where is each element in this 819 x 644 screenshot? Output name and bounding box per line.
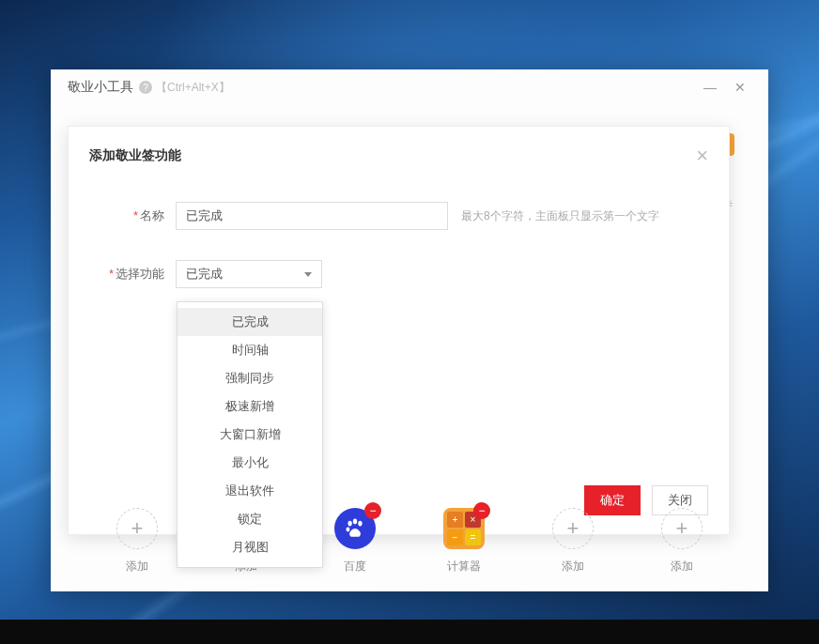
remove-tool-badge[interactable]: − bbox=[473, 502, 490, 519]
add-tool-button[interactable]: + bbox=[552, 508, 594, 549]
modal-title: 添加敬业签功能 bbox=[89, 147, 181, 164]
tool-slot: + 添加 bbox=[552, 508, 594, 575]
help-icon[interactable]: ? bbox=[139, 81, 152, 94]
dropdown-option[interactable]: 最小化 bbox=[178, 449, 322, 477]
tool-slot: + 添加 bbox=[116, 508, 158, 575]
dropdown-option[interactable]: 月视图 bbox=[178, 533, 322, 561]
tool-slot-baidu: − 百度 bbox=[334, 508, 376, 575]
svg-point-2 bbox=[358, 521, 362, 527]
taskbar[interactable] bbox=[0, 620, 819, 644]
tool-label: 添加 bbox=[671, 559, 693, 575]
dropdown-option[interactable]: 大窗口新增 bbox=[178, 421, 322, 449]
modal-close-button[interactable]: × bbox=[696, 146, 708, 166]
tool-label: 百度 bbox=[344, 559, 366, 575]
tool-row: + 添加 + 添加 − 百度 + × − bbox=[51, 508, 768, 575]
tool-slot-calculator: + × − = − 计算器 bbox=[443, 508, 485, 575]
baidu-icon[interactable]: − bbox=[334, 508, 376, 549]
chevron-down-icon bbox=[304, 272, 312, 277]
function-dropdown: 已完成 时间轴 强制同步 极速新增 大窗口新增 最小化 退出软件 锁定 月视图 bbox=[177, 301, 323, 568]
dropdown-option[interactable]: 时间轴 bbox=[178, 336, 322, 364]
dropdown-option[interactable]: 退出软件 bbox=[178, 477, 322, 505]
function-select[interactable]: 已完成 bbox=[176, 260, 322, 288]
name-label: *名称 bbox=[89, 207, 176, 224]
select-label: *选择功能 bbox=[89, 266, 176, 283]
dropdown-option[interactable]: 强制同步 bbox=[178, 364, 322, 392]
calculator-icon[interactable]: + × − = − bbox=[443, 508, 485, 549]
app-title: 敬业小工具 bbox=[68, 79, 133, 96]
svg-point-3 bbox=[346, 528, 349, 532]
remove-tool-badge[interactable]: − bbox=[364, 502, 381, 519]
minimize-button[interactable]: — bbox=[695, 80, 725, 95]
paw-icon bbox=[343, 516, 367, 541]
shortcut-hint: 【Ctrl+Alt+X】 bbox=[156, 80, 230, 96]
svg-point-1 bbox=[353, 519, 357, 525]
tool-slot: + 添加 bbox=[661, 508, 703, 575]
svg-point-0 bbox=[348, 521, 351, 527]
app-window: 敬业小工具 ? 【Ctrl+Alt+X】 — ✕ 寺 添加敬业签功能 × *名称… bbox=[51, 69, 768, 591]
add-tool-button[interactable]: + bbox=[116, 508, 158, 549]
select-row: *选择功能 已完成 bbox=[89, 260, 708, 288]
modal-header: 添加敬业签功能 × bbox=[89, 146, 708, 166]
name-hint: 最大8个字符，主面板只显示第一个文字 bbox=[461, 208, 659, 224]
select-value: 已完成 bbox=[186, 266, 223, 283]
dropdown-option[interactable]: 极速新增 bbox=[178, 392, 322, 421]
tool-label: 添加 bbox=[562, 559, 584, 575]
tool-label: 添加 bbox=[126, 559, 148, 575]
add-function-modal: 添加敬业签功能 × *名称 最大8个字符，主面板只显示第一个文字 *选择功能 已… bbox=[68, 126, 730, 535]
name-row: *名称 最大8个字符，主面板只显示第一个文字 bbox=[89, 202, 708, 230]
add-tool-button[interactable]: + bbox=[661, 508, 703, 549]
close-window-button[interactable]: ✕ bbox=[725, 80, 755, 95]
dropdown-option[interactable]: 锁定 bbox=[178, 505, 322, 533]
dropdown-option[interactable]: 已完成 bbox=[178, 308, 322, 336]
tool-label: 计算器 bbox=[447, 559, 481, 575]
name-input[interactable] bbox=[176, 202, 448, 230]
titlebar: 敬业小工具 ? 【Ctrl+Alt+X】 — ✕ bbox=[51, 69, 768, 105]
